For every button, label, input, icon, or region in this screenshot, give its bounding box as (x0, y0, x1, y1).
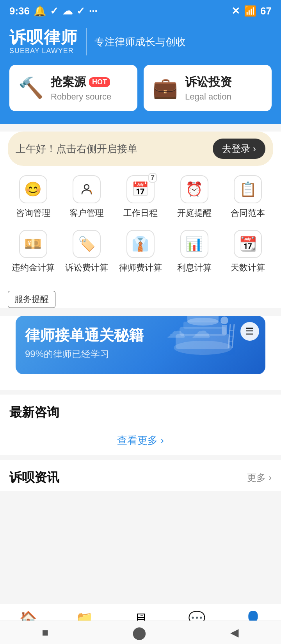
penalty-calc-item[interactable]: 💴 违约金计算 (10, 230, 57, 274)
robbery-info: 抢案源 HOT Robbery source (51, 74, 111, 102)
litigation-fee-label: 诉讼费计算 (65, 262, 108, 274)
logo-en: SUEBAY LAWYER (9, 47, 78, 55)
contract-template-item[interactable]: 📋 合同范本 (224, 175, 271, 219)
court-reminder-item[interactable]: ⏰ 开庭提醒 (171, 175, 218, 219)
icon-row-1: 😊 咨询管理 客户管理 📅 7 工作日程 (6, 175, 275, 219)
svg-rect-6 (187, 316, 219, 322)
robbery-title: 抢案源 HOT (51, 74, 111, 90)
days-calc-label: 天数计算 (231, 262, 265, 274)
cloud-icon: ☁ (62, 5, 73, 17)
contract-template-label: 合同范本 (231, 207, 265, 219)
check-icon-2: ✓ (76, 5, 85, 17)
battery-display: 67 (260, 5, 272, 17)
contract-template-icon: 📋 (234, 175, 262, 203)
lawyer-fee-icon: 👔 (126, 230, 155, 258)
schedule-badge: 7 (148, 173, 157, 183)
interest-calc-item[interactable]: 📊 利息计算 (171, 230, 218, 274)
days-calc-item[interactable]: 📆 天数计算 (224, 230, 271, 274)
svg-point-0 (84, 185, 89, 189)
robbery-icon: 🔨 (17, 76, 44, 100)
android-nav: ■ ⬤ ◀ (0, 621, 281, 644)
news-header: 诉呗资讯 更多 › (0, 460, 281, 491)
legal-action-icon: 💼 (151, 76, 179, 100)
android-home-btn[interactable]: ⬤ (132, 625, 146, 640)
logo-text-block: 诉呗律师 SUEBAY LAWYER (9, 28, 78, 55)
hot-badge: HOT (89, 77, 110, 87)
wifi-icon: 📶 (244, 5, 256, 17)
greeting-text: 上午好！点击右侧开启接单 (16, 142, 137, 156)
main-content: 上午好！点击右侧开启接单 去登录 › 😊 咨询管理 客户管理 (0, 132, 281, 308)
litigation-fee-icon: 🏷️ (73, 230, 101, 258)
client-management-label: 客户管理 (69, 207, 104, 219)
view-more-link[interactable]: 查看更多 › (117, 434, 164, 446)
legal-action-card[interactable]: 💼 诉讼投资 Legal action (144, 65, 272, 111)
legal-action-info: 诉讼投资 Legal action (185, 74, 232, 102)
latest-consult-header: 最新咨询 (0, 395, 281, 426)
time-display: 9:36 (9, 5, 30, 17)
status-left: 9:36 🔔 ✓ ☁ ✓ ··· (9, 5, 98, 17)
lawyer-fee-item[interactable]: 👔 律师费计算 (117, 230, 164, 274)
icon-grid: 😊 咨询管理 客户管理 📅 7 工作日程 (0, 166, 281, 291)
svg-rect-2 (176, 334, 230, 349)
notification-icon: 🔔 (34, 5, 46, 17)
work-schedule-label: 工作日程 (123, 207, 158, 219)
logo-divider (86, 28, 87, 55)
service-reminder-section: 服务提醒 (8, 291, 273, 308)
logo-area: 诉呗律师 SUEBAY LAWYER 专注律师成长与创收 (9, 28, 272, 55)
service-reminder-tag[interactable]: 服务提醒 (8, 291, 55, 308)
svg-rect-8 (222, 325, 227, 334)
client-management-icon (73, 175, 101, 203)
news-more-link[interactable]: 更多 › (247, 471, 272, 484)
interest-calc-icon: 📊 (180, 230, 208, 258)
consult-management-icon: 😊 (19, 175, 47, 203)
latest-consult-title: 最新咨询 (9, 404, 59, 421)
days-calc-icon: 📆 (234, 230, 262, 258)
status-bar: 9:36 🔔 ✓ ☁ ✓ ··· ✕ 📶 67 (0, 0, 281, 22)
penalty-calc-icon: 💴 (19, 230, 47, 258)
android-square-btn[interactable]: ■ (42, 626, 49, 639)
login-button[interactable]: 去登录 › (213, 139, 265, 159)
consult-management-item[interactable]: 😊 咨询管理 (10, 175, 57, 219)
consult-management-label: 咨询管理 (16, 207, 50, 219)
svg-point-7 (221, 317, 228, 324)
interest-calc-label: 利息计算 (177, 262, 212, 274)
status-right: ✕ 📶 67 (231, 5, 272, 17)
robbery-source-card[interactable]: 🔨 抢案源 HOT Robbery source (9, 65, 137, 111)
robbery-subtitle: Robbery source (51, 92, 111, 102)
banner-figure (164, 316, 242, 370)
header-section: 诉呗律师 SUEBAY LAWYER 专注律师成长与创收 🔨 抢案源 HOT R… (0, 22, 281, 124)
check-icon-1: ✓ (50, 5, 59, 17)
legal-action-subtitle: Legal action (185, 92, 232, 102)
lawyer-fee-label: 律师费计算 (119, 262, 162, 274)
logo-zh: 诉呗律师 (9, 28, 78, 46)
icon-row-2: 💴 违约金计算 🏷️ 诉讼费计算 👔 律师费计算 📊 利息计算 📆 天数计算 (6, 230, 275, 274)
court-reminder-icon: ⏰ (180, 175, 208, 203)
work-schedule-icon: 📅 7 (126, 175, 155, 203)
lawyer-banner[interactable]: ☁ ☁ 律师接单通关秘籍 99%的律师已经学习 ☰ (16, 316, 265, 374)
legal-action-title: 诉讼投资 (185, 74, 232, 90)
news-section: 诉呗资讯 更多 › (0, 460, 281, 491)
greeting-bar: 上午好！点击右侧开启接单 去登录 › (8, 132, 273, 166)
view-more-row: 查看更多 › (0, 426, 281, 455)
news-title: 诉呗资讯 (9, 469, 59, 486)
latest-consult-section: 最新咨询 查看更多 › (0, 395, 281, 455)
litigation-fee-item[interactable]: 🏷️ 诉讼费计算 (63, 230, 110, 274)
android-back-btn[interactable]: ◀ (230, 626, 239, 639)
work-schedule-item[interactable]: 📅 7 工作日程 (117, 175, 164, 219)
banner-wrapper: ☁ ☁ 律师接单通关秘籍 99%的律师已经学习 ☰ (0, 316, 281, 390)
penalty-calc-label: 违约金计算 (12, 262, 55, 274)
banner-list-icon: ☰ (240, 322, 259, 341)
top-cards: 🔨 抢案源 HOT Robbery source 💼 诉讼投资 Legal ac… (9, 65, 272, 111)
more-icon: ··· (89, 5, 98, 17)
logo-slogan: 专注律师成长与创收 (94, 35, 186, 49)
client-management-item[interactable]: 客户管理 (63, 175, 110, 219)
court-reminder-label: 开庭提醒 (177, 207, 212, 219)
signal-icon: ✕ (231, 5, 240, 17)
